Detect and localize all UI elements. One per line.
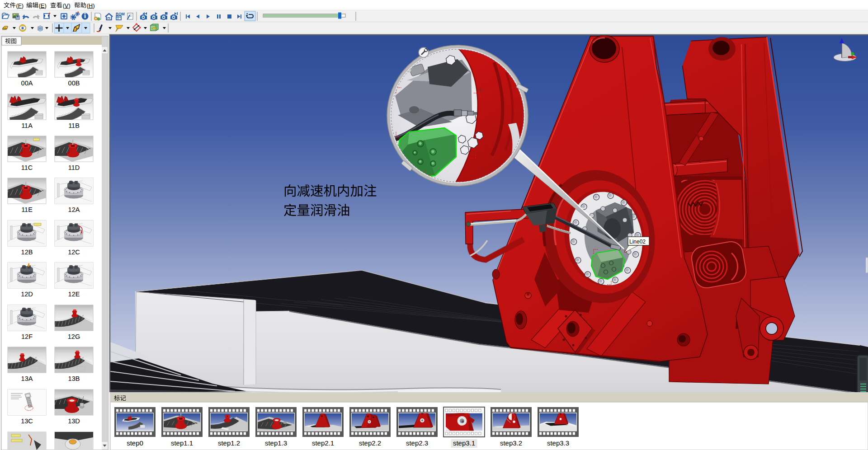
svg-text:step2.1: step2.1 [312, 439, 334, 447]
svg-text:13D: 13D [68, 417, 80, 425]
svg-text:13A: 13A [21, 375, 33, 382]
svg-text:12F: 12F [21, 333, 33, 340]
svg-text:(V): (V) [63, 2, 71, 9]
svg-text:step2.2: step2.2 [359, 439, 381, 447]
svg-text:11E: 11E [21, 206, 33, 213]
svg-text:13B: 13B [68, 375, 80, 382]
svg-text:(E): (E) [39, 2, 47, 9]
svg-text:12A: 12A [68, 206, 80, 213]
svg-text:(F): (F) [16, 2, 24, 9]
svg-text:11B: 11B [68, 122, 80, 129]
svg-text:step0: step0 [127, 439, 143, 447]
svg-text:12C: 12C [68, 248, 80, 256]
svg-text:12B: 12B [21, 248, 33, 256]
svg-text:11A: 11A [21, 122, 33, 129]
svg-text:11D: 11D [68, 164, 80, 171]
svg-text:13C: 13C [21, 417, 33, 425]
svg-text:step3.2: step3.2 [500, 439, 522, 447]
svg-text:step1.1: step1.1 [171, 439, 193, 447]
svg-text:Line02: Line02 [629, 239, 646, 245]
svg-text:00B: 00B [68, 80, 80, 87]
svg-text:11C: 11C [21, 164, 33, 171]
svg-text:step3.3: step3.3 [547, 439, 569, 447]
svg-text:12E: 12E [68, 291, 80, 298]
svg-text:BOM: BOM [116, 12, 125, 16]
svg-text:12D: 12D [21, 291, 33, 298]
svg-text:安装-减速机与回转支承: 安装-减速机与回转支承 [173, 415, 185, 417]
svg-text:00A: 00A [21, 80, 33, 87]
svg-text:step1.2: step1.2 [218, 439, 240, 447]
svg-text:12G: 12G [68, 333, 80, 340]
svg-text:(H): (H) [87, 2, 95, 9]
svg-text:step2.3: step2.3 [406, 439, 428, 447]
svg-text:step3.1: step3.1 [453, 439, 475, 447]
svg-text:step1.3: step1.3 [265, 439, 287, 447]
